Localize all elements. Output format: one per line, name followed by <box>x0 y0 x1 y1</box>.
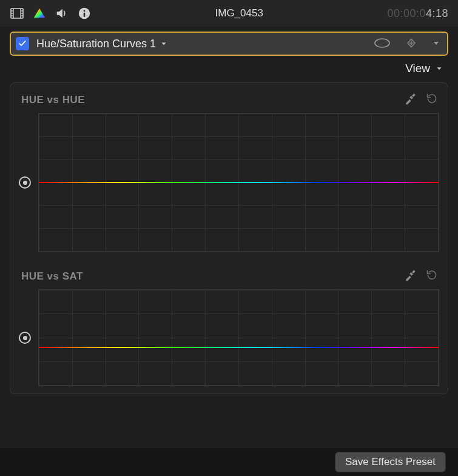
effect-enable-checkbox[interactable] <box>16 37 29 50</box>
reset-curve-button[interactable] <box>426 93 438 107</box>
timecode-suffix: 4:18 <box>426 7 448 19</box>
svg-rect-17 <box>412 270 416 273</box>
svg-rect-12 <box>84 13 86 17</box>
add-control-point-toggle[interactable] <box>19 176 31 189</box>
curve-grid-hue-vs-sat[interactable] <box>38 289 439 386</box>
svg-rect-16 <box>412 93 416 97</box>
speaker-icon <box>55 7 69 20</box>
view-menu-label: View <box>405 62 430 75</box>
chevron-down-icon <box>435 64 443 73</box>
mask-icon <box>373 37 391 49</box>
audio-inspector-tab[interactable] <box>55 7 69 20</box>
timecode-display: 00:00:04:18 <box>387 7 448 20</box>
color-prism-icon <box>33 7 46 20</box>
effect-header-bar: Hue/Saturation Curves 1 <box>10 32 448 56</box>
color-inspector-tab[interactable] <box>33 7 46 20</box>
save-effects-preset-button[interactable]: Save Effects Preset <box>335 452 446 472</box>
video-inspector-tab[interactable] <box>10 6 24 21</box>
info-inspector-tab[interactable] <box>78 7 91 20</box>
svg-marker-9 <box>34 8 45 18</box>
mask-button[interactable] <box>373 37 391 51</box>
reset-icon <box>426 93 438 105</box>
curve-line[interactable] <box>39 347 439 348</box>
reset-curve-button[interactable] <box>426 269 438 283</box>
curve-line[interactable] <box>39 182 439 183</box>
add-control-point-toggle[interactable] <box>19 332 31 344</box>
curves-panel: HUE vs HUE <box>10 82 448 394</box>
filmstrip-icon <box>10 6 24 21</box>
svg-point-11 <box>84 10 86 12</box>
eyedropper-icon <box>404 93 416 105</box>
keyframe-icon <box>406 38 417 49</box>
chevron-down-icon <box>431 38 441 48</box>
keyframe-button[interactable] <box>406 38 417 50</box>
eyedropper-button[interactable] <box>404 269 416 283</box>
clip-title: IMG_0453 <box>215 7 263 19</box>
curve-section-hue-vs-hue: HUE vs HUE <box>19 93 439 252</box>
check-icon <box>18 39 27 48</box>
effect-name-label: Hue/Saturation Curves 1 <box>36 38 156 50</box>
eyedropper-icon <box>404 269 416 281</box>
view-menu-button[interactable]: View <box>405 62 443 75</box>
curve-grid-hue-vs-hue[interactable] <box>38 113 439 252</box>
curve-title: HUE vs HUE <box>21 94 85 106</box>
chevron-down-icon <box>160 39 168 48</box>
bottom-bar: Save Effects Preset <box>0 448 458 476</box>
timecode-prefix: 00:00:0 <box>387 7 426 19</box>
curve-section-hue-vs-sat: HUE vs SAT <box>19 269 439 386</box>
reset-icon <box>426 269 438 281</box>
info-icon <box>78 7 91 20</box>
effect-name-dropdown[interactable]: Hue/Saturation Curves 1 <box>36 38 168 50</box>
inspector-top-toolbar: IMG_0453 00:00:04:18 <box>0 0 458 27</box>
svg-point-13 <box>375 39 389 47</box>
curve-title: HUE vs SAT <box>21 270 83 283</box>
effect-disclosure-button[interactable] <box>431 38 441 50</box>
eyedropper-button[interactable] <box>404 93 416 107</box>
